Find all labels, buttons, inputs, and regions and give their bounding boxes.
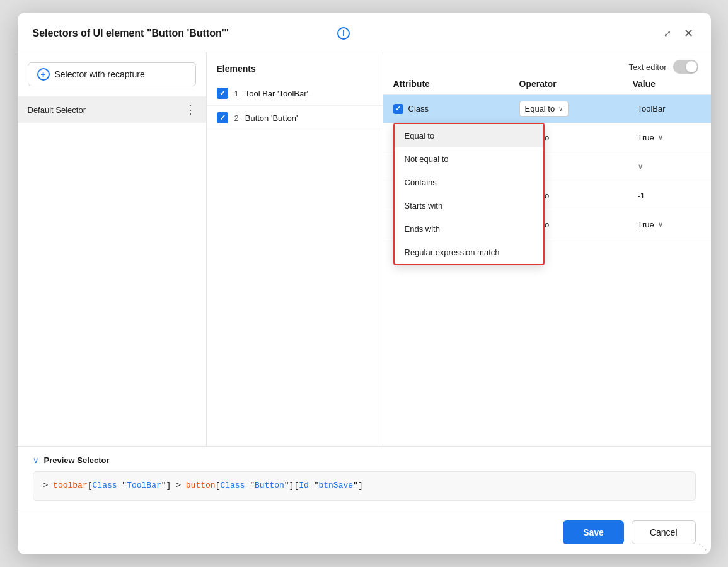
dropdown-arrow-icon: ∨ xyxy=(558,105,563,112)
operator-dropdown-class[interactable]: Equal to ∨ xyxy=(519,101,569,117)
element-checkbox-1[interactable]: ✓ xyxy=(217,88,228,99)
element-num-1: 1 xyxy=(234,89,239,98)
preview-arrow: > xyxy=(43,481,54,490)
text-editor-toggle[interactable] xyxy=(673,60,698,74)
preview-id-attr: Id xyxy=(299,481,309,490)
preview-chevron-icon: ∨ xyxy=(33,455,39,465)
dropdown-item-ends-with[interactable]: Ends with xyxy=(395,217,543,241)
checkmark-icon-2: ✓ xyxy=(219,113,226,122)
element-row-1[interactable]: ✓ 1 Tool Bar 'ToolBar' xyxy=(207,81,383,106)
elements-heading: Elements xyxy=(207,52,383,81)
preview-class-attr2: Class xyxy=(220,481,245,490)
element-name-1: Tool Bar 'ToolBar' xyxy=(245,89,308,98)
attr-table-header: Attribute Operator Value xyxy=(383,79,711,94)
preview-toolbar-keyword: toolbar xyxy=(53,481,88,490)
col-value: Value xyxy=(633,79,701,89)
preview-bracket1: [ xyxy=(88,481,93,490)
selector-item-label: Default Selector xyxy=(28,105,86,115)
middle-panel: Elements ✓ 1 Tool Bar 'ToolBar' ✓ 2 Butt… xyxy=(207,52,383,446)
right-panel: Text editor Attribute Operator Value ✓ xyxy=(383,52,711,446)
attr-row-class: ✓ Class Equal to ∨ ToolBar xyxy=(383,94,711,123)
dialog-footer: Save Cancel xyxy=(18,510,711,554)
preview-label: Preview Selector xyxy=(44,455,110,465)
add-selector-label: Selector with recapture xyxy=(55,69,145,79)
col-operator: Operator xyxy=(519,79,633,89)
plus-circle-icon: + xyxy=(37,68,50,81)
chevron-down-icon-type: ∨ xyxy=(638,163,643,171)
dropdown-item-not-equal-to[interactable]: Not equal to xyxy=(395,147,543,171)
cancel-button[interactable]: Cancel xyxy=(632,520,696,544)
dialog-body: + Selector with recapture Default Select… xyxy=(18,52,711,446)
add-selector-button[interactable]: + Selector with recapture xyxy=(28,62,196,86)
dialog-title: Selectors of UI element "Button 'Button'… xyxy=(33,28,332,39)
operator-cell-class: Equal to ∨ xyxy=(519,101,633,117)
dialog: Selectors of UI element "Button 'Button'… xyxy=(18,13,711,554)
preview-button-value: Button xyxy=(255,481,284,490)
col-attribute: Attribute xyxy=(393,79,519,89)
preview-id-value: btnSave xyxy=(318,481,353,490)
left-panel: + Selector with recapture Default Select… xyxy=(18,52,207,446)
close-button[interactable]: ✕ xyxy=(681,24,696,43)
operator-value-class: Equal to xyxy=(525,104,555,113)
value-cell-class: ToolBar xyxy=(633,104,701,113)
resize-handle-icon: ⋱ xyxy=(698,542,707,552)
dropdown-item-contains[interactable]: Contains xyxy=(395,171,543,194)
preview-section: ∨ Preview Selector > toolbar[Class="Tool… xyxy=(18,446,711,510)
selector-item[interactable]: Default Selector ⋮ xyxy=(18,96,206,123)
chevron-down-icon: ∨ xyxy=(658,134,663,142)
element-checkbox-2[interactable]: ✓ xyxy=(217,112,228,123)
header-actions: ⤢ ✕ xyxy=(661,24,696,43)
value-cell-index: -1 xyxy=(633,191,701,200)
value-cell-visible: True ∨ xyxy=(633,220,701,229)
save-button[interactable]: Save xyxy=(563,520,624,544)
preview-close2: "][ xyxy=(284,481,299,490)
preview-class-attr1: Class xyxy=(93,481,117,490)
preview-eq2: =" xyxy=(245,481,255,490)
dropdown-item-starts-with[interactable]: Starts with xyxy=(395,194,543,217)
checkmark-icon: ✓ xyxy=(219,89,226,98)
preview-code: > toolbar[Class="ToolBar"] > button[Clas… xyxy=(33,471,696,501)
element-num-2: 2 xyxy=(234,113,239,123)
preview-close1: "] > xyxy=(161,481,186,490)
attr-name-class: Class xyxy=(408,104,429,113)
preview-close3: "] xyxy=(353,481,363,490)
info-icon[interactable]: i xyxy=(337,27,350,40)
preview-toolbar-value: ToolBar xyxy=(127,481,161,490)
element-row-2[interactable]: ✓ 2 Button 'Button' xyxy=(207,106,383,130)
value-cell-name: True ∨ xyxy=(633,133,701,142)
dropdown-item-regex[interactable]: Regular expression match xyxy=(395,241,543,264)
toggle-knob xyxy=(686,61,697,72)
operator-dropdown-menu: Equal to Not equal to Contains Starts wi… xyxy=(393,123,545,265)
preview-eq1: =" xyxy=(117,481,127,490)
chevron-down-icon-visible: ∨ xyxy=(658,220,663,229)
preview-button-keyword: button xyxy=(186,481,216,490)
dialog-header: Selectors of UI element "Button 'Button'… xyxy=(18,13,711,52)
selector-item-menu-icon[interactable]: ⋮ xyxy=(185,103,196,117)
text-editor-row: Text editor xyxy=(383,52,711,79)
text-editor-label: Text editor xyxy=(629,62,667,72)
attr-cell-class: ✓ Class xyxy=(393,104,519,114)
value-cell-type: ∨ xyxy=(633,163,701,171)
attr-checkbox-class[interactable]: ✓ xyxy=(393,104,403,114)
dropdown-item-equal-to[interactable]: Equal to xyxy=(395,124,543,147)
preview-eq3: =" xyxy=(309,481,319,490)
expand-button[interactable]: ⤢ xyxy=(661,26,674,41)
element-name-2: Button 'Button' xyxy=(245,113,298,123)
preview-header[interactable]: ∨ Preview Selector xyxy=(33,455,696,465)
